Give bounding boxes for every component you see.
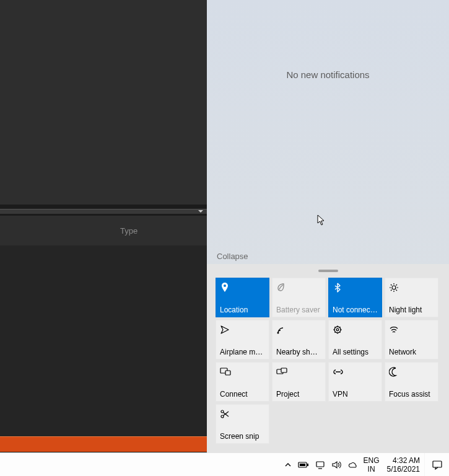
tile-vpn[interactable]: VPN [328, 362, 382, 402]
wifi-icon [389, 324, 400, 335]
tile-all-settings[interactable]: All settings [328, 320, 382, 359]
notification-area: No new notifications [207, 0, 449, 249]
vpn-icon [333, 366, 344, 377]
share-icon [276, 324, 287, 335]
type-column-header: Type [120, 226, 137, 236]
tile-label: Focus assist [389, 390, 434, 399]
background-lower-dark [0, 245, 207, 436]
svg-line-27 [224, 412, 229, 416]
background-orange-bar [0, 436, 207, 452]
gear-icon [333, 324, 344, 335]
tray-overflow[interactable] [281, 453, 295, 477]
clock-time: 4:32 AM [393, 456, 420, 465]
svg-rect-23 [281, 368, 287, 372]
tile-label: VPN [333, 390, 378, 399]
svg-line-6 [396, 290, 398, 291]
location-icon [220, 282, 231, 293]
tile-connect[interactable]: Connect [216, 362, 269, 402]
tray-onedrive[interactable] [344, 453, 360, 477]
tile-focus-assist[interactable]: Focus assist [385, 362, 438, 402]
project-icon [276, 366, 287, 377]
cloud-icon [347, 461, 357, 469]
svg-point-24 [221, 410, 224, 413]
svg-rect-33 [433, 461, 442, 467]
svg-rect-30 [307, 464, 308, 466]
tile-network[interactable]: Network [385, 320, 438, 359]
tile-battery-saver[interactable]: Battery saver [272, 278, 326, 317]
tile-bluetooth[interactable]: Not connected [328, 278, 382, 317]
background-upper-dark [0, 0, 224, 205]
quick-actions-grid: Location Battery saver Not connected Nig… [216, 278, 440, 444]
tile-label: Nearby sharing [276, 348, 321, 356]
svg-point-9 [277, 332, 279, 334]
tile-label: Project [276, 390, 321, 399]
moon-icon [389, 366, 400, 377]
tile-location[interactable]: Location [216, 278, 269, 317]
svg-point-11 [336, 328, 339, 331]
collapse-link[interactable]: Collapse [217, 252, 248, 261]
tile-label: Screen snip [220, 432, 265, 441]
tile-label: Connect [220, 390, 265, 399]
quick-actions-area: Location Battery saver Not connected Nig… [207, 276, 449, 452]
tray-action-center-button[interactable] [424, 453, 449, 477]
svg-line-19 [340, 327, 341, 327]
sun-icon [389, 282, 400, 293]
svg-line-16 [334, 327, 335, 327]
svg-rect-31 [316, 462, 324, 467]
tray-volume[interactable] [328, 453, 344, 477]
tray-network[interactable] [312, 453, 328, 477]
svg-line-17 [340, 332, 341, 333]
action-center-panel: No new notifications Collapse Location B… [207, 0, 449, 452]
tile-label: Location [220, 306, 265, 314]
tile-nearby-sharing[interactable]: Nearby sharing [272, 320, 326, 359]
svg-line-7 [391, 290, 392, 291]
tile-screen-snip[interactable]: Screen snip [216, 404, 269, 444]
svg-rect-29 [300, 464, 305, 466]
chevron-up-icon [284, 461, 292, 469]
grab-bar[interactable] [207, 264, 449, 276]
mouse-cursor-icon [317, 214, 326, 226]
svg-point-25 [221, 415, 224, 418]
connect-icon [220, 366, 231, 377]
language-secondary: IN [368, 465, 375, 474]
svg-line-5 [391, 284, 392, 286]
background-divider [0, 209, 207, 214]
collapse-row: Collapse [207, 249, 449, 264]
tile-label: Network [389, 348, 434, 356]
computer-icon [315, 461, 325, 469]
tray-clock[interactable]: 4:32 AM 5/16/2021 [383, 453, 424, 477]
battery-icon [298, 461, 309, 469]
tile-night-light[interactable]: Night light [385, 278, 438, 317]
background-panel: Type [0, 0, 207, 452]
tile-label: Battery saver [276, 306, 321, 314]
tile-project[interactable]: Project [272, 362, 326, 402]
leaf-icon [276, 282, 287, 293]
tray-language[interactable]: ENG IN [360, 453, 383, 477]
no-notifications-label: No new notifications [207, 69, 449, 80]
scissors-icon [220, 408, 231, 420]
svg-line-18 [334, 332, 335, 333]
notification-icon [432, 460, 443, 470]
svg-point-0 [392, 286, 396, 289]
language-primary: ENG [364, 456, 380, 465]
background-row: Type [0, 216, 207, 245]
speaker-icon [331, 461, 341, 469]
tile-label: All settings [333, 348, 378, 356]
clock-date: 5/16/2021 [387, 465, 420, 474]
tile-airplane-mode[interactable]: Airplane mode [216, 320, 269, 359]
tray-battery[interactable] [295, 453, 312, 477]
airplane-icon [220, 324, 231, 335]
tile-label: Night light [389, 306, 434, 314]
tile-label: Not connected [333, 306, 378, 314]
svg-line-26 [224, 413, 229, 417]
taskbar: ENG IN 4:32 AM 5/16/2021 [0, 452, 449, 476]
svg-line-8 [396, 284, 398, 286]
svg-rect-21 [225, 371, 230, 375]
bluetooth-icon [333, 282, 344, 293]
tile-label: Airplane mode [220, 348, 265, 356]
dropdown-arrow-icon[interactable] [198, 210, 203, 213]
